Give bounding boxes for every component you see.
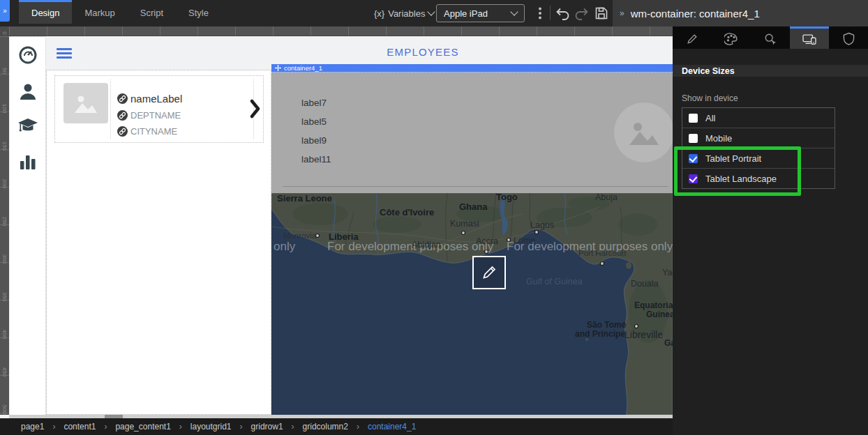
map-label: Ga (664, 338, 673, 348)
breadcrumb-item-page_content1[interactable]: page_content1 (115, 422, 170, 432)
separator-line (283, 186, 668, 187)
redo-icon[interactable] (574, 5, 590, 22)
horizontal-ruler (9, 26, 673, 36)
hamburger-menu-icon[interactable] (57, 48, 72, 59)
breadcrumb-item-layoutgrid1[interactable]: layoutgrid1 (190, 422, 232, 432)
device-row-mobile[interactable]: Mobile (682, 128, 835, 148)
breadcrumb-item-content1[interactable]: content1 (63, 422, 96, 432)
container-label[interactable]: label9 (301, 135, 327, 146)
studio-tab-markup[interactable]: Markup (72, 0, 127, 24)
map-label: Gulf of Guinea (526, 277, 583, 287)
user-icon[interactable] (18, 82, 38, 101)
list-item[interactable]: nameLabel DEPTNAME (54, 75, 264, 143)
pencil-icon (481, 264, 497, 281)
device-sizes-section-title: Device Sizes (673, 65, 868, 77)
collapse-inspector-icon[interactable]: » (620, 8, 624, 18)
studio-tab-style[interactable]: Style (176, 0, 221, 24)
device-preview-select[interactable]: Apple iPad (436, 4, 525, 22)
vertical-ruler: 050100150200250300350400450500 (0, 36, 9, 415)
device-label: Mobile (705, 133, 732, 144)
device-row-tablet-landscape[interactable]: Tablet Landscape (682, 168, 835, 188)
checked-checkbox[interactable] (689, 174, 698, 183)
map-label: Lome (514, 236, 535, 245)
ruler-number: 400 (1, 330, 8, 339)
name-label: nameLabel (130, 93, 182, 105)
app-nav-sidebar (10, 36, 46, 415)
inspector-tabs (673, 26, 868, 49)
picture-placeholder-icon[interactable] (614, 102, 673, 162)
container-body[interactable]: label7label5label9label11 (271, 72, 673, 193)
page-title: EMPLOYEES (360, 46, 486, 58)
map-label: Togo (496, 193, 518, 202)
breadcrumb-separator-icon: › (179, 422, 182, 432)
variables-label: Variables (388, 8, 425, 19)
ruler-number: 100 (1, 104, 8, 114)
ruler-number: 50 (1, 66, 8, 76)
map-city-marker (635, 325, 638, 328)
design-canvas: EMPLOYEES nameLabel (9, 36, 673, 415)
education-cap-icon[interactable] (17, 116, 38, 135)
container-label[interactable]: label11 (301, 154, 331, 165)
map-label: São Tomé (587, 320, 627, 330)
pencil-icon[interactable] (673, 26, 712, 49)
variables-button[interactable]: {x} Variables (374, 0, 434, 26)
map-watermark: only (274, 240, 296, 253)
dept-label-row[interactable]: DEPTNAME (117, 110, 181, 121)
map-city-marker (601, 262, 604, 266)
map-label: Lagos (530, 220, 554, 230)
map-label: Abuja (595, 193, 618, 202)
map-city-marker (462, 231, 465, 235)
breadcrumb-separator-icon: › (240, 422, 243, 432)
device-label: All (705, 113, 715, 123)
breadcrumb-item-gridrow1[interactable]: gridrow1 (251, 422, 283, 432)
device-row-tablet-portrait[interactable]: Tablet Portrait (682, 148, 835, 168)
chevron-right-icon[interactable] (250, 99, 260, 119)
ruler-number: 500 (1, 405, 8, 415)
bind-link-icon (117, 93, 128, 104)
device-row-all[interactable]: All (682, 108, 835, 128)
breadcrumb-item-gridcolumn2[interactable]: gridcolumn2 (303, 422, 348, 432)
google-map-widget[interactable]: onlyFor development purposes onlyFor dev… (271, 193, 673, 415)
undo-icon[interactable] (554, 5, 571, 22)
container4_1-widget[interactable]: container4_1 label7label5label9label11 (271, 64, 673, 415)
save-icon[interactable] (593, 5, 610, 22)
studio-tab-design[interactable]: Design (19, 0, 72, 24)
map-edit-button[interactable] (472, 256, 506, 289)
ruler-number: 450 (1, 367, 8, 377)
container-label[interactable]: label7 (301, 98, 327, 108)
breadcrumb-separator-icon: › (52, 422, 55, 432)
breadcrumb-item-page1[interactable]: page1 (21, 422, 44, 432)
image-placeholder-icon[interactable] (63, 83, 108, 123)
map-label: Port Harcourt (578, 249, 627, 257)
toolbar-divider (550, 6, 551, 20)
bar-chart-icon[interactable] (19, 153, 37, 171)
ruler-number: 250 (1, 217, 8, 227)
selected-widget-tag[interactable]: container4_1 (271, 64, 673, 72)
employee-list-widget[interactable]: nameLabel DEPTNAME (46, 70, 271, 415)
selected-widget-tag-label: container4_1 (284, 64, 322, 72)
inspect-icon[interactable] (751, 26, 790, 49)
inspector-header: » wm-container: container4_1 (613, 0, 868, 26)
device-label: Tablet Portrait (705, 153, 761, 164)
device-select-value: Apple iPad (444, 8, 488, 19)
map-label: Guinea (646, 310, 673, 319)
ruler-number: 200 (1, 179, 8, 189)
container-label[interactable]: label5 (301, 116, 327, 127)
checked-checkbox[interactable] (689, 154, 698, 163)
name-label-row[interactable]: nameLabel (117, 93, 182, 105)
top-toolbar: » DesignMarkupScriptStyle {x} Variables … (0, 0, 868, 26)
map-label: Ghana (459, 201, 488, 212)
show-in-device-label: Show in device (682, 93, 738, 103)
dashboard-gauge-icon[interactable] (18, 45, 38, 65)
dept-label: DEPTNAME (130, 110, 181, 121)
city-label-row[interactable]: CITYNAME (117, 126, 177, 137)
devices-icon[interactable] (790, 26, 829, 49)
studio-tab-script[interactable]: Script (128, 0, 176, 24)
more-options-kebab-icon[interactable] (532, 5, 548, 22)
breadcrumb-item-container4_1[interactable]: container4_1 (368, 422, 416, 432)
collapse-left-panel-icon[interactable]: » (0, 0, 10, 22)
unchecked-checkbox[interactable] (689, 134, 698, 143)
unchecked-checkbox[interactable] (689, 114, 698, 123)
shield-icon[interactable] (829, 26, 868, 49)
palette-icon[interactable] (712, 26, 751, 49)
